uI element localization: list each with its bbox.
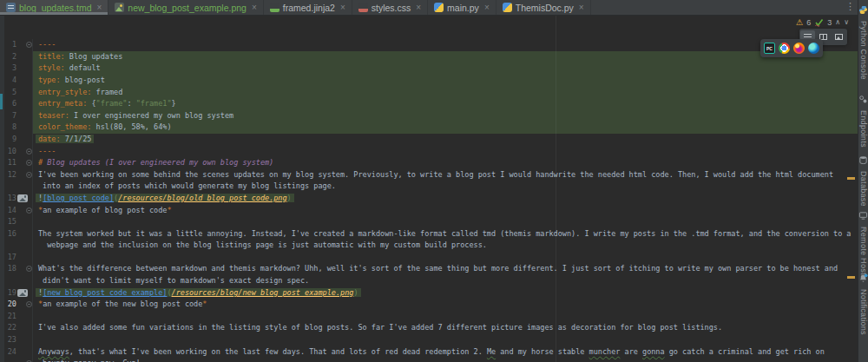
fold-marker-icon[interactable] — [26, 160, 32, 166]
inspections-widget[interactable]: ⚠ 6 3 ∧ ∨ — [796, 17, 849, 28]
editor-line[interactable]: 13![blog post code](/resources/blog/old_… — [4, 193, 858, 205]
editor-line[interactable]: 17 — [4, 252, 858, 264]
tool-stripe-endpoints[interactable]: Endpoints — [858, 92, 868, 148]
tab-close-icon[interactable]: × — [416, 3, 421, 12]
code-line — [32, 216, 858, 228]
editor-line[interactable]: 3style: default — [4, 63, 858, 75]
image-preview-gutter-icon[interactable] — [17, 194, 28, 202]
gutter: 4 — [4, 75, 32, 87]
gutter: 8 — [4, 122, 32, 134]
edge-icon[interactable] — [808, 43, 819, 54]
line-number: 22 — [4, 322, 16, 334]
editor-line[interactable]: 15 — [4, 216, 858, 228]
tool-stripe-python-console[interactable]: Python Console — [858, 3, 868, 80]
editor-line[interactable]: 19![new blog post code example](/resourc… — [4, 287, 858, 299]
editor[interactable]: 1----2title: Blog updates3style: default… — [4, 16, 858, 362]
code-text: default — [65, 63, 101, 72]
fold-marker-icon[interactable] — [26, 301, 32, 307]
markdown-link[interactable]: [blog post code] — [43, 194, 114, 202]
editor-line[interactable]: 23 — [4, 334, 858, 346]
editor-line[interactable]: 1---- — [4, 39, 858, 51]
warning-icon: ⚠ — [796, 18, 804, 27]
code-text: webpage and the inclusion on the blog li… — [38, 240, 487, 249]
tab-label: blog_updates.tmd — [19, 3, 91, 13]
editor-line[interactable]: 4type: blog-post — [4, 75, 858, 87]
editor-line[interactable]: didn't want to limit myself to markdown'… — [4, 275, 858, 287]
next-problem-button[interactable]: ∨ — [844, 19, 849, 26]
code-text: hsl(80, 58%, 64%) — [91, 122, 171, 131]
line-number: 23 — [4, 334, 16, 346]
editor-line[interactable]: 5entry_style: framed — [4, 87, 858, 99]
fold-marker-icon[interactable] — [26, 207, 32, 214]
editor-line[interactable]: 21 — [4, 311, 858, 323]
editor-line[interactable]: 12I've been working on some behind the s… — [4, 169, 858, 181]
css-file-icon — [358, 3, 368, 12]
tab-styles.css[interactable]: styles.css× — [352, 0, 428, 15]
tab-ThemisDoc.py[interactable]: ThemisDoc.py× — [496, 0, 591, 15]
previous-problem-button[interactable]: ∧ — [835, 19, 840, 26]
tab-close-icon[interactable]: × — [96, 3, 102, 12]
tab-close-icon[interactable]: × — [484, 3, 490, 12]
editor-line[interactable]: 10---- — [4, 146, 858, 158]
editor-line[interactable]: 16The system worked but it was a little … — [4, 228, 858, 240]
markdown-link[interactable]: [new blog post code example] — [43, 288, 167, 297]
tab-close-icon[interactable]: × — [579, 3, 584, 12]
code-text: , that's what I've been working on the l… — [69, 347, 487, 356]
editor-line[interactable]: 24Anyways, that's what I've been working… — [4, 346, 858, 359]
code-text: "frame" — [96, 99, 128, 108]
editor-line[interactable]: 18What's the difference between markdown… — [4, 263, 858, 275]
code-text: ) — [287, 194, 292, 202]
code-text: gonna — [642, 347, 665, 356]
editor-line[interactable]: 7teaser: I over engineered my own blog s… — [4, 110, 858, 122]
editor-line[interactable]: 20*an example of the new blog post code* — [4, 299, 858, 311]
left-stripe-indicator — [0, 94, 3, 109]
editor-line[interactable]: 11# Blog updates (I over engineered my o… — [4, 157, 858, 169]
gutter: 13 — [4, 193, 32, 205]
fold-marker-icon[interactable] — [26, 148, 32, 155]
editor-line[interactable]: 22I've also added some fun variations in… — [4, 322, 858, 334]
chrome-icon[interactable] — [779, 43, 790, 54]
code-text: style: — [38, 63, 65, 72]
tool-stripe-remote-host[interactable]: Remote Host — [858, 208, 868, 275]
show-preview-only-button[interactable] — [832, 30, 846, 43]
editor-line[interactable]: 6entry_meta: {"frame": "frame1"} — [4, 98, 858, 110]
tab-options-icon[interactable]: ⋮ — [845, 2, 855, 11]
editor-line[interactable]: 9date: 7/1/25 — [4, 134, 858, 146]
gutter: 9 — [4, 134, 32, 146]
tab-close-icon[interactable]: × — [340, 3, 345, 12]
code-text: What's the difference between markdown a… — [38, 264, 838, 273]
gutter: 17 — [4, 252, 32, 264]
tab-close-icon[interactable]: × — [252, 3, 257, 12]
code-text: Anyways — [38, 347, 69, 356]
gutter: 11 — [4, 157, 32, 169]
code-text: # — [38, 158, 47, 167]
tab-framed.jinja2[interactable]: framed.jinja2× — [264, 0, 352, 15]
editor-line[interactable]: bounty money now. Cya! — [4, 358, 858, 362]
tool-stripe-notifications[interactable]: Notifications — [858, 271, 868, 335]
image-path[interactable]: /resources/blog/new_blog_post_example.pn… — [172, 288, 354, 297]
editor-line[interactable]: 14*an example of blog post code* — [4, 205, 858, 217]
editor-line[interactable]: webpage and the inclusion on the blog li… — [4, 240, 858, 252]
gutter: 23 — [4, 334, 32, 346]
code-text: and my horse stable — [496, 347, 589, 356]
tab-blog_updates.tmd[interactable]: blog_updates.tmd× — [0, 0, 108, 15]
tab-new_blog_post_example.png[interactable]: new_blog_post_example.png× — [108, 0, 263, 15]
editor-line[interactable]: into an index of posts which would gener… — [4, 181, 858, 193]
highlighted-fragment: date: 7/1/25 — [36, 135, 94, 143]
fold-marker-icon[interactable] — [26, 266, 32, 272]
image-path[interactable]: /resources/blog/old_blog_post_code.png — [118, 194, 286, 202]
code-text: I over engineered my own blog system — [69, 111, 233, 120]
editor-line[interactable]: 8color_theme: hsl(80, 58%, 64%) — [4, 122, 858, 134]
code-line: Anyways, that's what I've been working o… — [32, 346, 858, 359]
editor-line[interactable]: 2title: Blog updates — [4, 51, 858, 63]
pycharm-icon[interactable]: PC — [764, 43, 775, 54]
code-text: ! — [136, 359, 141, 362]
code-text: bounty money now. — [38, 359, 122, 362]
image-preview-gutter-icon[interactable] — [17, 289, 28, 297]
tab-main.py[interactable]: main.py× — [428, 0, 496, 15]
fold-marker-icon[interactable] — [26, 42, 32, 48]
firefox-icon[interactable] — [793, 43, 805, 54]
code-text: Cya — [122, 359, 135, 362]
tool-stripe-database[interactable]: Database — [858, 153, 868, 207]
fold-marker-icon[interactable] — [26, 172, 32, 178]
